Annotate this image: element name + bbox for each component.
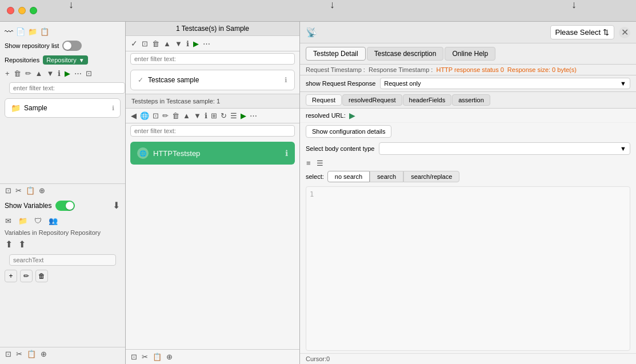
step-down-btn[interactable]: ▼ (193, 111, 202, 121)
more-repo-button[interactable]: ⋯ (74, 69, 82, 78)
mid-filter-input2[interactable] (130, 125, 295, 137)
bottom-icon-4[interactable]: ⊕ (40, 349, 47, 359)
request-only-select[interactable]: Request only ▼ (380, 78, 630, 89)
left-top-toolbar: 〰 📄 📁 📋 (0, 25, 125, 38)
req-tab-assertion[interactable]: assertion (452, 94, 490, 106)
tab-online-help[interactable]: Online Help (445, 47, 495, 61)
indent-format-icon[interactable]: ☰ (316, 158, 324, 168)
shield-icon[interactable]: 🛡 (34, 216, 42, 226)
mid-del-btn[interactable]: 🗑 (151, 39, 160, 49)
cut-btn[interactable]: ✂ (15, 186, 22, 195)
step-more-btn[interactable]: ⋯ (249, 111, 258, 121)
bottom-icon-3[interactable]: 📋 (26, 349, 37, 359)
waveform-icon: 〰 (5, 27, 13, 37)
mid-check-icon[interactable]: ✓ (130, 38, 138, 49)
show-config-button[interactable]: Show configuration details (306, 125, 391, 138)
right-icons: 📡 (306, 27, 317, 38)
play-repo-button[interactable]: ▶ (64, 69, 71, 78)
filter-input[interactable] (9, 82, 125, 94)
mid-bot-paste[interactable]: 📋 (152, 352, 162, 362)
mid-down-btn[interactable]: ▼ (174, 39, 183, 49)
step-loop-btn[interactable]: ↻ (220, 111, 227, 121)
minimize-button[interactable] (18, 7, 26, 14)
step-info-btn[interactable]: ℹ (204, 111, 208, 121)
main-content: 〰 📄 📁 📋 Show repository list Repositorie… (0, 22, 636, 364)
search-replace-button[interactable]: search/replace (403, 171, 459, 182)
download-vars-btn[interactable]: ⬇ (112, 199, 121, 211)
search-row (0, 251, 125, 269)
req-tabs: Request resolvedRequest headerFields ass… (300, 92, 636, 109)
sample-badge: ℹ (112, 105, 114, 112)
repositories-label: Repositories (5, 57, 39, 63)
body-type-select[interactable]: ▼ (379, 142, 630, 155)
step-globe-btn[interactable]: 🌐 (139, 111, 150, 121)
upload-btn-2[interactable]: ⬆ (18, 238, 26, 250)
play-icon[interactable]: ▶ (349, 111, 355, 120)
folder-vars-icon[interactable]: 📁 (18, 216, 28, 226)
bottom-icon-2[interactable]: ✂ (15, 349, 23, 359)
sample-item[interactable]: 📁 Sample ℹ (5, 98, 121, 118)
tab-teststep-detail[interactable]: Teststep Detail (306, 47, 366, 61)
paste-btn[interactable]: 📋 (25, 186, 35, 195)
repo-name: Repository (46, 57, 77, 63)
pastew-btn[interactable]: ⊕ (38, 186, 46, 195)
close-button-right[interactable]: ✕ (619, 27, 630, 38)
mid-bot-cut[interactable]: ✂ (141, 352, 149, 362)
env-icon[interactable]: ✉ (5, 216, 12, 226)
body-type-arrow: ▼ (620, 145, 626, 152)
mid-bot-paste2[interactable]: ⊕ (166, 352, 173, 362)
mid-more-btn[interactable]: ⋯ (202, 39, 211, 49)
step-copy2-btn[interactable]: ⊡ (152, 111, 159, 121)
add-var-button[interactable]: + (5, 270, 17, 282)
step-del-btn[interactable]: 🗑 (171, 111, 180, 121)
req-tab-request[interactable]: Request (306, 94, 342, 106)
del-var-button[interactable]: 🗑 (35, 270, 48, 282)
req-tab-header[interactable]: headerFields (403, 94, 452, 106)
step-list-btn[interactable]: ☰ (230, 111, 238, 121)
mid-header: 1 Testcase(s) in Sample (126, 22, 299, 36)
step-play-btn[interactable]: ▶ (240, 111, 247, 121)
step-edit-btn[interactable]: ✏ (162, 111, 169, 121)
mid-filter-bar (126, 51, 299, 66)
copy-btn[interactable]: ⊡ (5, 186, 12, 195)
please-select-dropdown[interactable]: Please Select ⇅ (550, 25, 615, 39)
req-tab-resolved[interactable]: resolvedRequest (342, 94, 402, 106)
group-icon[interactable]: 👥 (48, 216, 58, 226)
upload-icons: ⬆ ⬆ (0, 237, 125, 251)
info-repo-button[interactable]: ℹ (57, 69, 61, 78)
step-up-btn[interactable]: ▲ (182, 111, 191, 121)
http-teststep-item[interactable]: 🌐 HTTPTeststep ℹ (130, 142, 295, 165)
step-box-btn[interactable]: ⊞ (210, 111, 218, 121)
step-prev-btn[interactable]: ◀ (130, 111, 137, 121)
bottom-icon-1[interactable]: ⊡ (5, 349, 12, 359)
upload-btn-1[interactable]: ⬆ (5, 238, 13, 250)
show-repo-toggle[interactable] (62, 41, 82, 51)
list-format-icon[interactable]: ≡ (306, 158, 311, 168)
edit-var-button[interactable]: ✏ (20, 270, 33, 282)
down-repo-button[interactable]: ▼ (46, 69, 54, 78)
close-button[interactable] (7, 7, 14, 14)
mid-bot-copy[interactable]: ⊡ (130, 352, 138, 362)
repo-selector[interactable]: Repository ▼ (43, 55, 87, 65)
edit-repo-button[interactable]: ✏ (25, 69, 32, 78)
add-repo-button[interactable]: + (5, 69, 10, 78)
export-repo-button[interactable]: ⊡ (85, 69, 93, 78)
maximize-button[interactable] (30, 7, 37, 14)
mid-info-btn[interactable]: ℹ (186, 39, 190, 49)
mid-copy-btn[interactable]: ⊡ (141, 39, 149, 49)
search-input[interactable] (9, 254, 116, 266)
mid-up-btn[interactable]: ▲ (163, 39, 171, 49)
mid-filter-input[interactable] (130, 53, 295, 65)
search-button[interactable]: search (370, 171, 403, 182)
testcase-item[interactable]: ✓ Testcase sample ℹ (130, 70, 295, 90)
show-vars-toggle[interactable] (55, 201, 75, 211)
up-repo-button[interactable]: ▲ (35, 69, 43, 78)
no-search-button[interactable]: no search (327, 171, 370, 182)
status-bar: Request Timestamp : Response Timestamp :… (300, 65, 636, 75)
right-panel: 📡 Please Select ⇅ ✕ Teststep Detail Test… (300, 22, 636, 364)
tab-testcase-description[interactable]: Testcase description (367, 47, 444, 61)
dropdown-arrow-icon: ▼ (620, 80, 626, 87)
delete-repo-button[interactable]: 🗑 (13, 69, 22, 78)
mid-play-btn[interactable]: ▶ (193, 39, 199, 49)
repositories-row: Repositories Repository ▼ (0, 53, 125, 67)
